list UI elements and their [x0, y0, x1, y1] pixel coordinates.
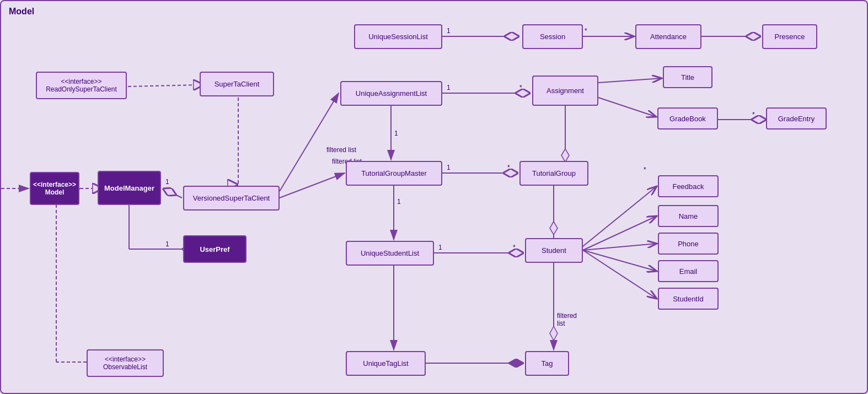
svg-text:list: list: [557, 320, 565, 327]
box-feedback: Feedback: [658, 175, 719, 197]
svg-text:1: 1: [447, 84, 451, 91]
box-unique-tag-list: UniqueTagList: [346, 351, 426, 376]
svg-text:1: 1: [394, 129, 398, 137]
box-grade-entry: GradeEntry: [766, 107, 827, 129]
svg-line-14: [598, 78, 662, 83]
box-read-only-super-ta-client: <<interface>>ReadOnlySuperTaClient: [36, 72, 127, 99]
svg-line-44: [128, 85, 199, 87]
svg-text:filtered list: filtered list: [326, 146, 357, 154]
box-email: Email: [658, 260, 719, 282]
svg-text:1: 1: [438, 244, 442, 251]
box-grade-book: GradeBook: [657, 107, 718, 129]
svg-line-15: [598, 98, 656, 117]
box-phone: Phone: [658, 233, 719, 255]
box-attendance: Attendance: [635, 24, 701, 49]
svg-marker-65: [561, 149, 569, 162]
svg-line-27: [583, 250, 657, 299]
svg-text:*: *: [644, 166, 646, 174]
svg-line-37: [280, 173, 345, 198]
box-observable-list: <<interface>>ObservableList: [87, 349, 164, 377]
diagram-title: Model: [9, 7, 34, 17]
svg-text:filtered: filtered: [557, 312, 577, 320]
svg-text:*: *: [507, 164, 510, 171]
svg-text:*: *: [752, 111, 755, 118]
svg-line-22: [583, 186, 657, 246]
box-versioned-super-ta-client: VersionedSuperTaClient: [183, 186, 280, 211]
box-session: Session: [522, 24, 583, 49]
svg-marker-59: [550, 222, 558, 235]
svg-marker-53: [550, 326, 558, 341]
box-tag: Tag: [525, 351, 569, 376]
box-name: Name: [658, 205, 719, 227]
box-model-manager: ModelManager: [98, 171, 161, 205]
diagram-container: Model: [0, 0, 868, 394]
svg-text:1: 1: [165, 240, 169, 248]
svg-text:*: *: [585, 27, 587, 35]
box-unique-assignment-list: UniqueAssignmentList: [340, 81, 442, 106]
box-tutorial-group: TutorialGroup: [519, 161, 588, 186]
svg-text:1: 1: [397, 198, 401, 206]
box-title: Title: [663, 66, 712, 88]
svg-line-38: [280, 93, 339, 191]
svg-text:*: *: [519, 84, 522, 91]
box-assignment: Assignment: [532, 75, 598, 106]
box-super-ta-client: SuperTaClient: [200, 72, 274, 96]
box-presence: Presence: [762, 24, 817, 49]
svg-line-25: [583, 244, 657, 250]
svg-text:1: 1: [447, 164, 451, 171]
svg-text:1: 1: [447, 27, 451, 35]
svg-line-32: [163, 188, 182, 198]
box-student: Student: [525, 238, 583, 263]
svg-line-24: [583, 216, 657, 250]
box-unique-student-list: UniqueStudentList: [346, 241, 434, 266]
box-interface-model: <<interface>>Model: [30, 172, 79, 205]
svg-line-26: [583, 250, 657, 271]
box-tutorial-group-master: TutorialGroupMaster: [346, 161, 442, 186]
svg-text:1: 1: [165, 178, 169, 186]
box-student-id: StudentId: [658, 288, 719, 310]
svg-text:*: *: [513, 244, 516, 251]
box-unique-session-list: UniqueSessionList: [354, 24, 442, 49]
box-user-pref: UserPref: [183, 235, 247, 263]
